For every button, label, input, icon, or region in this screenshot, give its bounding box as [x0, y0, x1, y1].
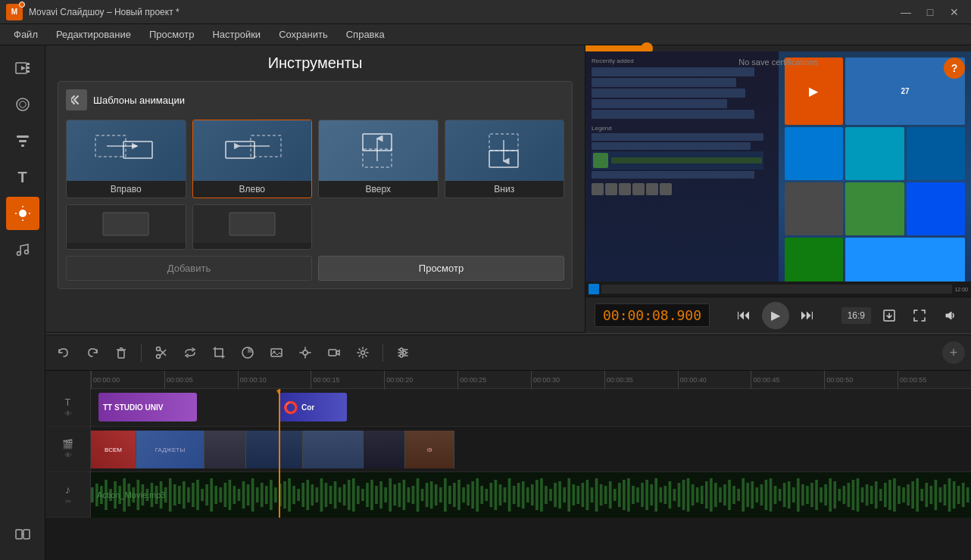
svg-rect-119: [417, 478, 420, 512]
cut-button[interactable]: [149, 341, 173, 365]
settings-button[interactable]: [351, 341, 375, 365]
text-clip-1[interactable]: TT STUDIO UNIV: [98, 393, 197, 422]
fullscreen-button[interactable]: [907, 303, 932, 328]
anim-item-plain2[interactable]: [192, 204, 313, 250]
minimize-button[interactable]: —: [895, 5, 916, 20]
video-clip-1[interactable]: ВСЕМ: [91, 431, 136, 468]
delete-button[interactable]: [109, 341, 133, 365]
crop-button[interactable]: [207, 341, 231, 365]
aspect-ratio-selector[interactable]: 16:9: [841, 307, 871, 324]
video-clip-2[interactable]: ГАДЖЕТЫ: [136, 431, 205, 468]
menu-view[interactable]: Просмотр: [142, 26, 201, 43]
close-button[interactable]: ✕: [944, 5, 965, 20]
undo-button[interactable]: [52, 341, 76, 365]
svg-rect-206: [815, 480, 818, 510]
skip-forward-button[interactable]: ⏭: [795, 303, 820, 328]
redo-button[interactable]: [80, 341, 105, 365]
tune-button[interactable]: [391, 341, 415, 365]
svg-rect-94: [301, 483, 304, 507]
svg-rect-147: [545, 486, 548, 504]
svg-rect-172: [659, 487, 662, 502]
back-button[interactable]: [66, 89, 87, 110]
eye-icon-text[interactable]: 👁: [64, 409, 72, 418]
menu-file[interactable]: Файл: [6, 26, 45, 43]
preview-animation-button[interactable]: Просмотр: [318, 256, 564, 281]
svg-rect-200: [788, 481, 791, 509]
svg-rect-173: [664, 486, 667, 504]
anim-item-up[interactable]: Вверх: [318, 120, 439, 198]
sidebar-text-button[interactable]: T: [6, 160, 39, 194]
svg-rect-226: [907, 484, 910, 506]
svg-rect-142: [522, 481, 525, 509]
track-content: TT STUDIO UNIV ⭕ Cor: [91, 389, 971, 518]
play-button[interactable]: ▶: [762, 302, 789, 329]
svg-rect-152: [567, 478, 570, 512]
animation-title-text: Шаблоны анимации: [93, 95, 185, 106]
sidebar-transitions-button[interactable]: [6, 518, 39, 551]
svg-rect-124: [439, 487, 442, 502]
audio-button[interactable]: [293, 341, 317, 365]
svg-rect-151: [563, 487, 566, 502]
add-animation-button[interactable]: Добавить: [66, 256, 312, 281]
svg-rect-97: [316, 487, 319, 502]
svg-rect-144: [531, 484, 534, 506]
sidebar-media-button[interactable]: [6, 51, 39, 85]
svg-point-11: [24, 250, 28, 254]
image-button[interactable]: [264, 341, 289, 365]
add-track-button[interactable]: +: [942, 341, 965, 364]
svg-rect-161: [609, 481, 612, 509]
svg-rect-205: [810, 483, 813, 507]
svg-rect-39: [329, 350, 336, 356]
video-clip-3[interactable]: [205, 431, 246, 468]
anim-item-right[interactable]: Вправо: [66, 120, 186, 198]
eye-icon-video[interactable]: 👁: [64, 451, 72, 459]
video-clip-7[interactable]: i9: [405, 431, 454, 468]
svg-point-44: [400, 348, 403, 351]
progress-bar[interactable]: [585, 45, 971, 51]
text-clip-2[interactable]: ⭕ Cor: [279, 393, 347, 422]
svg-rect-132: [476, 478, 479, 512]
video-clip-6[interactable]: [364, 431, 405, 468]
anim-item-down[interactable]: Вниз: [445, 120, 565, 198]
skip-back-button[interactable]: ⏮: [732, 303, 756, 328]
svg-point-45: [403, 351, 406, 354]
loop-button[interactable]: [178, 341, 202, 365]
anim-item-plain1[interactable]: [66, 204, 186, 250]
svg-rect-146: [540, 478, 543, 512]
sidebar-music-button[interactable]: [6, 233, 39, 266]
export-button[interactable]: [877, 303, 901, 328]
video-clip-4[interactable]: [246, 431, 303, 468]
playhead[interactable]: [279, 389, 280, 518]
help-button[interactable]: ?: [944, 58, 965, 79]
notification-badge: [19, 2, 25, 8]
window-controls[interactable]: — □ ✕: [895, 5, 965, 20]
svg-point-46: [400, 354, 403, 357]
separator-2: [382, 344, 383, 362]
sidebar-animation-button[interactable]: [6, 197, 39, 230]
color-button[interactable]: [236, 341, 260, 365]
audio-icon: ♪: [65, 484, 70, 496]
sidebar-effects-button[interactable]: [6, 88, 39, 121]
video-button[interactable]: [322, 341, 346, 365]
svg-rect-184: [714, 483, 717, 507]
svg-rect-66: [173, 484, 176, 506]
svg-rect-68: [183, 481, 186, 509]
menu-settings[interactable]: Настройки: [205, 26, 268, 43]
separator-1: [141, 344, 142, 362]
anim-item-left[interactable]: Влево: [192, 120, 313, 198]
ruler-tick-4: 00:00:20: [384, 371, 457, 389]
anim-thumb-up: [319, 120, 438, 181]
menu-help[interactable]: Справка: [339, 26, 392, 43]
preview-area: Recently added Legend: [585, 51, 971, 297]
maximize-button[interactable]: □: [919, 5, 941, 20]
menu-edit[interactable]: Редактирование: [48, 26, 139, 43]
playback-buttons: ⏮ ▶ ⏭: [732, 302, 820, 329]
video-clip-5[interactable]: [303, 431, 364, 468]
scissors-icon[interactable]: ✂: [65, 497, 71, 506]
volume-button[interactable]: [938, 303, 962, 328]
anim-thumb-down: [445, 120, 564, 181]
menu-save[interactable]: Сохранить: [271, 26, 336, 43]
sidebar-filters-button[interactable]: [6, 124, 39, 157]
svg-rect-153: [572, 484, 575, 506]
ruler-tick-5: 00:00:25: [457, 371, 531, 389]
